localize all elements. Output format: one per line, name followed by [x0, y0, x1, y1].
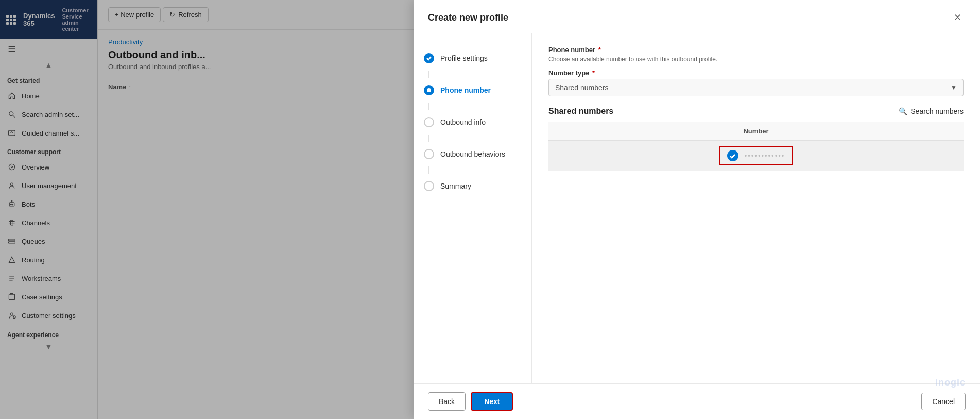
- step-outbound-behaviors[interactable]: Outbound behaviors: [424, 142, 521, 166]
- search-numbers-button[interactable]: 🔍 Search numbers: [899, 107, 964, 115]
- modal-panel: Create new profile ✕ Profile settings: [414, 0, 980, 419]
- step-label-outbound-info: Outbound info: [440, 118, 486, 126]
- step-label-outbound-behaviors: Outbound behaviors: [440, 150, 505, 158]
- phone-number-hint: Choose an available number to use with t…: [548, 56, 964, 63]
- content-panel: Phone number * Choose an available numbe…: [532, 33, 980, 383]
- modal-overlay: Create new profile ✕ Profile settings: [0, 0, 980, 419]
- step-profile-settings[interactable]: Profile settings: [424, 46, 521, 71]
- step-label-phone-number: Phone number: [440, 86, 491, 94]
- step-summary[interactable]: Summary: [424, 174, 521, 198]
- number-column-header: Number: [548, 122, 964, 141]
- modal-footer: Back Next Cancel: [414, 383, 980, 419]
- phone-number-required: *: [598, 46, 601, 54]
- shared-numbers-title: Shared numbers: [548, 107, 613, 116]
- step-active-dot: [427, 88, 431, 92]
- step-connector-3: [428, 135, 429, 142]
- cancel-button[interactable]: Cancel: [921, 393, 966, 410]
- steps-panel: Profile settings Phone number Outbound i…: [414, 33, 532, 383]
- number-type-value: Shared numbers: [555, 83, 609, 92]
- number-type-required: *: [592, 69, 595, 77]
- step-label-profile-settings: Profile settings: [440, 54, 488, 62]
- step-phone-number[interactable]: Phone number: [424, 78, 521, 103]
- phone-number-field-label: Phone number *: [548, 46, 964, 54]
- number-row-cell: ••••••••••••: [548, 141, 964, 171]
- footer-left: Back Next: [428, 392, 513, 411]
- modal-body: Profile settings Phone number Outbound i…: [414, 33, 980, 383]
- phone-number-value: ••••••••••••: [745, 152, 785, 160]
- step-circle-outbound-info: [424, 117, 434, 127]
- check-circle: [727, 150, 738, 161]
- step-connector-4: [428, 166, 429, 174]
- step-circle-summary: [424, 181, 434, 191]
- modal-close-button[interactable]: ✕: [949, 9, 966, 26]
- next-button[interactable]: Next: [471, 392, 513, 411]
- shared-numbers-header: Shared numbers 🔍 Search numbers: [548, 107, 964, 116]
- search-numbers-icon: 🔍: [899, 107, 907, 115]
- back-button[interactable]: Back: [428, 392, 466, 411]
- number-type-dropdown[interactable]: Shared numbers ▼: [548, 79, 964, 96]
- step-circle-outbound-behaviors: [424, 149, 434, 159]
- search-numbers-label: Search numbers: [910, 107, 964, 115]
- dropdown-arrow-icon: ▼: [951, 84, 957, 91]
- footer-right: Cancel: [921, 393, 966, 410]
- table-row[interactable]: ••••••••••••: [548, 141, 964, 171]
- step-circle-profile-settings: [424, 53, 434, 63]
- step-outbound-info[interactable]: Outbound info: [424, 110, 521, 135]
- step-connector-1: [428, 71, 429, 78]
- step-connector-2: [428, 103, 429, 110]
- step-label-summary: Summary: [440, 182, 471, 190]
- modal-title: Create new profile: [428, 12, 508, 23]
- number-type-field-label: Number type *: [548, 69, 964, 77]
- watermark: inogic: [935, 377, 966, 383]
- step-circle-phone-number: [424, 85, 434, 95]
- modal-header: Create new profile ✕: [414, 0, 980, 33]
- numbers-table: Number ••••••••••••: [548, 122, 964, 171]
